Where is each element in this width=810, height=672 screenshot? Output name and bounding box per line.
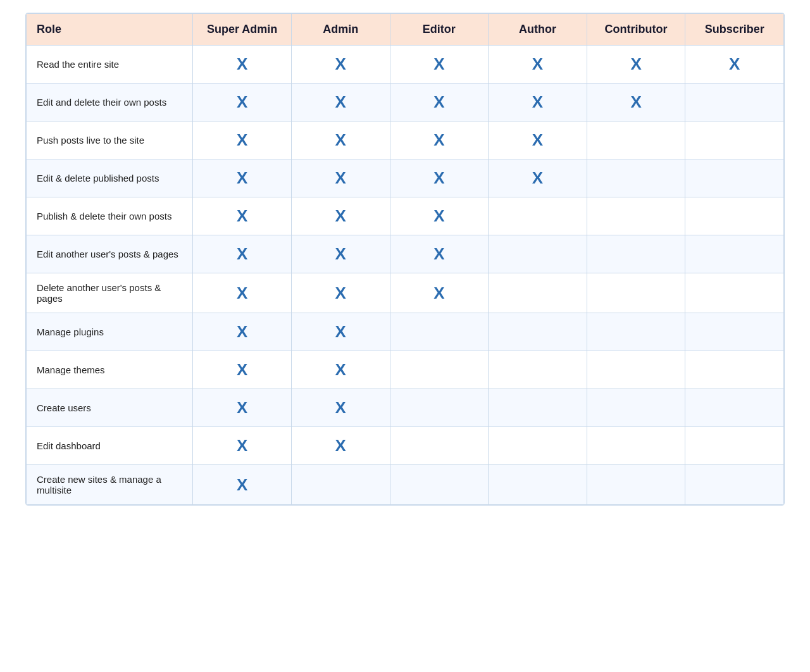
check-icon: X bbox=[237, 206, 247, 226]
header-admin: Admin bbox=[291, 14, 390, 46]
table-row: Create usersXX bbox=[27, 389, 784, 427]
check-icon: X bbox=[433, 92, 444, 112]
check-icon: X bbox=[630, 54, 641, 74]
check-icon: X bbox=[433, 283, 444, 303]
check-icon: X bbox=[237, 244, 247, 264]
table-row: Publish & delete their own postsXXX bbox=[27, 197, 784, 235]
cell-editor bbox=[390, 313, 489, 351]
cell-subscriber bbox=[685, 313, 784, 351]
cell-admin: X bbox=[291, 46, 390, 84]
check-icon: X bbox=[433, 54, 444, 74]
capability-label: Create users bbox=[27, 389, 193, 427]
cell-admin: X bbox=[291, 159, 390, 197]
cell-editor: X bbox=[390, 46, 489, 84]
cell-subscriber bbox=[685, 235, 784, 273]
cell-contributor bbox=[587, 351, 685, 389]
check-icon: X bbox=[335, 54, 346, 74]
check-icon: X bbox=[237, 92, 247, 112]
check-icon: X bbox=[630, 92, 641, 112]
check-icon: X bbox=[433, 168, 444, 188]
capability-label: Edit & delete published posts bbox=[27, 159, 193, 197]
cell-subscriber bbox=[685, 273, 784, 313]
check-icon: X bbox=[532, 168, 543, 188]
cell-contributor bbox=[587, 121, 685, 159]
cell-super_admin: X bbox=[193, 273, 292, 313]
cell-contributor: X bbox=[587, 46, 685, 84]
cell-admin: X bbox=[291, 351, 390, 389]
check-icon: X bbox=[433, 130, 444, 150]
cell-author bbox=[489, 351, 587, 389]
header-editor: Editor bbox=[390, 14, 489, 46]
cell-super_admin: X bbox=[193, 197, 292, 235]
cell-contributor bbox=[587, 235, 685, 273]
cell-admin: X bbox=[291, 389, 390, 427]
cell-super_admin: X bbox=[193, 46, 292, 84]
cell-editor: X bbox=[390, 273, 489, 313]
check-icon: X bbox=[433, 206, 444, 226]
cell-super_admin: X bbox=[193, 351, 292, 389]
check-icon: X bbox=[335, 436, 346, 456]
table-row: Manage themesXX bbox=[27, 351, 784, 389]
capability-label: Manage plugins bbox=[27, 313, 193, 351]
cell-subscriber bbox=[685, 159, 784, 197]
table-row: Delete another user's posts & pagesXXX bbox=[27, 273, 784, 313]
cell-author: X bbox=[489, 46, 587, 84]
table-row: Edit another user's posts & pagesXXX bbox=[27, 235, 784, 273]
cell-author: X bbox=[489, 121, 587, 159]
check-icon: X bbox=[335, 92, 346, 112]
cell-author bbox=[489, 313, 587, 351]
cell-editor bbox=[390, 465, 489, 505]
cell-super_admin: X bbox=[193, 313, 292, 351]
check-icon: X bbox=[237, 398, 247, 418]
cell-author: X bbox=[489, 84, 587, 121]
check-icon: X bbox=[335, 398, 346, 418]
check-icon: X bbox=[335, 130, 346, 150]
table-row: Edit and delete their own postsXXXXX bbox=[27, 84, 784, 121]
cell-contributor: X bbox=[587, 84, 685, 121]
check-icon: X bbox=[335, 168, 346, 188]
capability-label: Delete another user's posts & pages bbox=[27, 273, 193, 313]
cell-super_admin: X bbox=[193, 121, 292, 159]
capability-label: Edit and delete their own posts bbox=[27, 84, 193, 121]
table-row: Push posts live to the siteXXXX bbox=[27, 121, 784, 159]
cell-subscriber bbox=[685, 197, 784, 235]
check-icon: X bbox=[237, 54, 247, 74]
check-icon: X bbox=[335, 360, 346, 380]
cell-editor bbox=[390, 427, 489, 465]
cell-super_admin: X bbox=[193, 465, 292, 505]
table-row: Read the entire siteXXXXXX bbox=[27, 46, 784, 84]
check-icon: X bbox=[532, 92, 543, 112]
cell-super_admin: X bbox=[193, 84, 292, 121]
check-icon: X bbox=[729, 54, 740, 74]
header-role: Role bbox=[27, 14, 193, 46]
table-row: Edit dashboardXX bbox=[27, 427, 784, 465]
cell-admin: X bbox=[291, 235, 390, 273]
header-subscriber: Subscriber bbox=[685, 14, 784, 46]
capability-label: Edit dashboard bbox=[27, 427, 193, 465]
capability-label: Edit another user's posts & pages bbox=[27, 235, 193, 273]
cell-author bbox=[489, 389, 587, 427]
check-icon: X bbox=[237, 168, 247, 188]
capability-label: Manage themes bbox=[27, 351, 193, 389]
table-header-row: Role Super Admin Admin Editor Author Con… bbox=[27, 14, 784, 46]
cell-super_admin: X bbox=[193, 427, 292, 465]
header-super-admin: Super Admin bbox=[193, 14, 292, 46]
check-icon: X bbox=[335, 206, 346, 226]
cell-contributor bbox=[587, 197, 685, 235]
cell-editor: X bbox=[390, 235, 489, 273]
check-icon: X bbox=[237, 475, 247, 495]
cell-author bbox=[489, 273, 587, 313]
cell-contributor bbox=[587, 273, 685, 313]
cell-admin: X bbox=[291, 197, 390, 235]
cell-admin: X bbox=[291, 84, 390, 121]
cell-contributor bbox=[587, 427, 685, 465]
capability-label: Create new sites & manage a multisite bbox=[27, 465, 193, 505]
cell-subscriber bbox=[685, 351, 784, 389]
table-row: Manage pluginsXX bbox=[27, 313, 784, 351]
cell-subscriber bbox=[685, 465, 784, 505]
cell-contributor bbox=[587, 313, 685, 351]
cell-admin: X bbox=[291, 313, 390, 351]
cell-editor: X bbox=[390, 159, 489, 197]
cell-editor bbox=[390, 389, 489, 427]
check-icon: X bbox=[237, 436, 247, 456]
